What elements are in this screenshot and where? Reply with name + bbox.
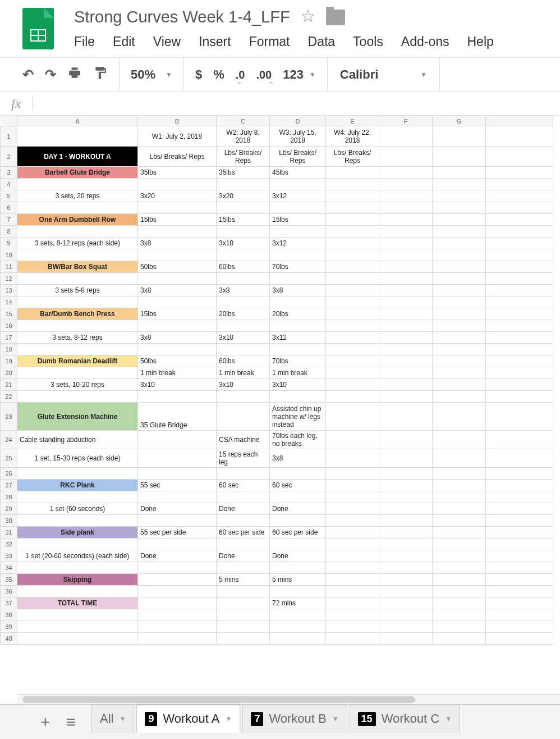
cell[interactable]: [433, 527, 486, 539]
cell[interactable]: [138, 597, 217, 609]
row-header[interactable]: 16: [1, 320, 17, 332]
row-header[interactable]: 9: [1, 238, 17, 249]
cell[interactable]: 1 set (60 seconds): [17, 503, 138, 515]
cell[interactable]: [486, 202, 553, 214]
cell[interactable]: [486, 261, 553, 273]
cell[interactable]: [486, 503, 553, 515]
menu-help[interactable]: Help: [467, 34, 493, 49]
row-header[interactable]: 39: [1, 621, 17, 633]
cell[interactable]: [17, 633, 138, 645]
cell[interactable]: [326, 431, 379, 449]
cell[interactable]: [326, 379, 379, 391]
cell[interactable]: 5 mins: [217, 574, 270, 586]
cell[interactable]: [433, 214, 486, 226]
cell[interactable]: W3: July 15, 2018: [270, 126, 326, 147]
cell[interactable]: [433, 355, 486, 367]
cell[interactable]: [17, 515, 138, 527]
cell[interactable]: [326, 167, 379, 179]
cell[interactable]: Cable standing abduction: [17, 431, 138, 449]
row-header[interactable]: 11: [1, 261, 17, 273]
cell[interactable]: [379, 403, 433, 431]
cell[interactable]: [486, 515, 553, 527]
cell[interactable]: [379, 527, 433, 539]
cell[interactable]: [486, 480, 553, 491]
cell[interactable]: Side plank: [17, 527, 138, 539]
row-header[interactable]: 8: [1, 226, 17, 238]
row-header[interactable]: 12: [1, 273, 17, 285]
cell[interactable]: [379, 367, 433, 379]
cell[interactable]: [379, 261, 433, 273]
cell[interactable]: [379, 468, 433, 480]
cell[interactable]: Glute Extension Machine: [17, 403, 138, 431]
cell[interactable]: [217, 586, 270, 597]
cell[interactable]: [326, 633, 379, 645]
cell[interactable]: [17, 249, 138, 261]
cell[interactable]: [17, 586, 138, 597]
cell[interactable]: [486, 431, 553, 449]
cell[interactable]: [17, 491, 138, 503]
cell[interactable]: [486, 403, 553, 431]
cell[interactable]: [270, 273, 326, 285]
row-header[interactable]: 31: [1, 527, 17, 539]
cell[interactable]: 60 sec per side: [217, 527, 270, 539]
all-sheets-icon[interactable]: ≡: [66, 713, 76, 732]
cell[interactable]: [17, 562, 138, 574]
increase-decimal[interactable]: .00→: [256, 69, 272, 81]
cell[interactable]: [379, 190, 433, 202]
star-icon[interactable]: [301, 10, 315, 25]
cell[interactable]: 60 sec: [270, 480, 326, 491]
cell[interactable]: [270, 468, 326, 480]
cell[interactable]: [379, 126, 433, 147]
cell[interactable]: [138, 574, 217, 586]
row-header[interactable]: 23: [1, 403, 17, 431]
cell[interactable]: [433, 179, 486, 190]
cell[interactable]: Done: [217, 550, 270, 562]
cell[interactable]: [379, 202, 433, 214]
sheet-tab[interactable]: 9Workout A▼: [136, 705, 240, 733]
cell[interactable]: [379, 491, 433, 503]
row-header[interactable]: 33: [1, 550, 17, 562]
font-selector[interactable]: Calibri: [340, 67, 378, 82]
decrease-decimal[interactable]: .0←: [236, 69, 245, 81]
cell[interactable]: [433, 190, 486, 202]
row-header[interactable]: 1: [1, 126, 17, 147]
cell[interactable]: [326, 296, 379, 308]
cell[interactable]: [379, 562, 433, 574]
col-header[interactable]: B: [138, 116, 217, 126]
cell[interactable]: [379, 238, 433, 249]
cell[interactable]: [326, 621, 379, 633]
cell[interactable]: [433, 126, 486, 147]
cell[interactable]: [433, 621, 486, 633]
cell[interactable]: 70lbs each leg, no breaks: [270, 431, 326, 449]
cell[interactable]: [433, 238, 486, 249]
cell[interactable]: [486, 621, 553, 633]
cell[interactable]: [433, 367, 486, 379]
cell[interactable]: [326, 550, 379, 562]
cell[interactable]: 3 sets, 20 reps: [17, 190, 138, 202]
paint-format-icon[interactable]: [93, 66, 108, 84]
cell[interactable]: 3x10: [217, 238, 270, 249]
cell[interactable]: Lbs/ Breaks/ Reps: [138, 147, 217, 167]
cell[interactable]: Lbs/ Breaks/ Reps: [217, 147, 270, 167]
row-header[interactable]: 15: [1, 308, 17, 320]
menu-insert[interactable]: Insert: [199, 34, 231, 49]
cell[interactable]: [486, 550, 553, 562]
cell[interactable]: 50lbs: [138, 261, 217, 273]
cell[interactable]: Assisted chin up machine w/ legs instead: [270, 403, 326, 431]
cell[interactable]: [379, 621, 433, 633]
cell[interactable]: [379, 633, 433, 645]
cell[interactable]: [270, 562, 326, 574]
cell[interactable]: [433, 273, 486, 285]
row-header[interactable]: 37: [1, 597, 17, 609]
cell[interactable]: [379, 574, 433, 586]
cell[interactable]: [326, 261, 379, 273]
cell[interactable]: 20lbs: [217, 308, 270, 320]
cell[interactable]: [433, 379, 486, 391]
cell[interactable]: 3x20: [217, 190, 270, 202]
cell[interactable]: [486, 574, 553, 586]
cell[interactable]: [379, 296, 433, 308]
cell[interactable]: [270, 391, 326, 403]
sheet-tab[interactable]: 15Workout C▼: [350, 705, 460, 733]
col-header[interactable]: F: [379, 116, 433, 126]
cell[interactable]: [379, 344, 433, 355]
